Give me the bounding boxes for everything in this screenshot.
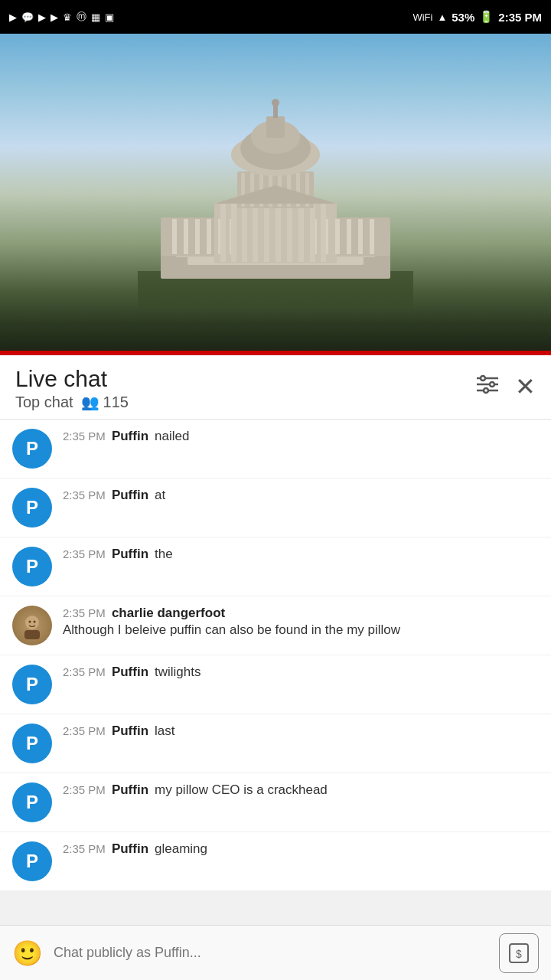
youtube-icon: ▶ [38,11,46,23]
message-line: 2:35 PM charlie dangerfoot [63,606,539,621]
message-author: charlie dangerfoot [112,606,225,621]
avatar: P [12,841,52,881]
message-time: 2:35 PM [63,430,106,443]
top-chat-row: Top chat 👥 115 [15,394,129,411]
svg-point-50 [484,388,488,393]
message-time: 2:35 PM [63,665,106,678]
message-time: 2:35 PM [63,547,106,560]
capitol-building-svg [138,95,413,309]
youtube2-icon: ▶ [51,11,58,23]
message-line: 2:35 PM Puffin last [63,724,539,739]
message-time: 2:35 PM [63,724,106,737]
message-text: Although I beleive puffin can also be fo… [63,622,539,638]
message-line: 2:35 PM Puffin the [63,547,539,562]
close-button[interactable]: ✕ [515,372,536,401]
message-author: Puffin [112,429,148,444]
viewer-count: 👥 115 [81,394,129,411]
message-text: gleaming [155,841,207,857]
message-content: 2:35 PM Puffin at [63,488,539,503]
svg-rect-26 [298,204,304,262]
chat-icon: 💬 [21,11,34,23]
chat-header-right: ✕ [475,372,536,401]
chat-message: 2:35 PM charlie dangerfoot Although I be… [0,596,551,655]
chat-message: P 2:35 PM Puffin twilights [0,655,551,714]
avatar: P [12,782,52,822]
message-content: 2:35 PM Puffin gleaming [63,841,539,857]
video-player[interactable] [0,34,551,355]
svg-point-53 [34,621,36,623]
svg-point-49 [490,382,494,387]
message-author: Puffin [112,724,148,739]
mastodon-icon: ⓜ [77,10,86,24]
filter-icon[interactable] [475,374,500,400]
battery-icon: 🔋 [479,10,494,24]
svg-rect-17 [358,219,363,254]
chat-message: P 2:35 PM Puffin gleaming [0,832,551,891]
svg-point-43 [272,99,279,106]
svg-rect-15 [335,219,340,254]
message-content: 2:35 PM charlie dangerfoot Although I be… [63,606,539,638]
live-chat-title: Live chat [15,366,129,392]
chat-header: Live chat Top chat 👥 115 ✕ [0,355,551,420]
avatar [12,606,52,645]
avatar: P [12,547,52,586]
message-time: 2:35 PM [63,606,106,619]
time: 2:35 PM [498,11,542,24]
status-right: WiFi ▲ 53% 🔋 2:35 PM [412,10,542,24]
signal-icon: ▲ [437,11,447,23]
chat-message: P 2:35 PM Puffin nailed [0,420,551,479]
message-text: the [155,547,173,562]
message-time: 2:35 PM [63,842,106,855]
chat-message: P 2:35 PM Puffin at [0,479,551,537]
svg-rect-18 [370,219,374,254]
message-line: 2:35 PM Puffin twilights [63,665,539,680]
svg-rect-54 [24,630,40,639]
folder-icon: ▦ [91,11,100,23]
chat-input[interactable] [54,945,488,961]
message-content: 2:35 PM Puffin twilights [63,665,539,680]
svg-rect-21 [242,204,247,262]
status-bar: ▶ 💬 ▶ ▶ ♛ ⓜ ▦ ▣ WiFi ▲ 53% 🔋 2:35 PM [0,0,551,34]
chat-message: P 2:35 PM Puffin last [0,714,551,773]
message-author: Puffin [112,547,148,562]
avatar: P [12,665,52,704]
message-content: 2:35 PM Puffin last [63,724,539,739]
svg-rect-28 [321,204,326,262]
svg-rect-20 [231,204,236,262]
message-author: Puffin [112,841,148,857]
svg-rect-25 [287,204,292,262]
emoji-button[interactable]: 🙂 [12,939,43,968]
svg-rect-9 [195,219,200,254]
message-line: 2:35 PM Puffin at [63,488,539,503]
chat-input-bar: 🙂 $ [0,925,551,980]
message-text: nailed [155,429,189,444]
viewer-count-number: 115 [103,394,129,411]
svg-point-48 [481,376,485,381]
message-line: 2:35 PM Puffin my pillow CEO is a crackh… [63,782,539,798]
crown-icon: ♛ [63,11,72,23]
top-chat-label[interactable]: Top chat [15,394,73,411]
message-text: at [155,488,165,503]
message-content: 2:35 PM Puffin the [63,547,539,562]
svg-rect-8 [184,219,188,254]
message-content: 2:35 PM Puffin nailed [63,429,539,444]
message-line: 2:35 PM Puffin nailed [63,429,539,444]
avatar: P [12,724,52,763]
super-chat-button[interactable]: $ [499,933,539,973]
svg-rect-27 [310,204,315,262]
svg-text:$: $ [516,948,522,960]
message-author: Puffin [112,782,148,798]
chat-message: P 2:35 PM Puffin the [0,537,551,596]
message-text: last [155,724,174,739]
svg-rect-24 [276,204,281,262]
progress-bar[interactable] [0,351,551,355]
svg-rect-10 [207,219,211,254]
message-line: 2:35 PM Puffin gleaming [63,841,539,857]
svg-marker-44 [214,185,337,204]
status-left-icons: ▶ 💬 ▶ ▶ ♛ ⓜ ▦ ▣ [9,10,114,24]
chat-header-left: Live chat Top chat 👥 115 [15,366,129,411]
avatar: P [12,429,52,469]
svg-point-52 [29,621,31,623]
svg-rect-19 [220,204,226,262]
svg-rect-41 [266,116,285,138]
